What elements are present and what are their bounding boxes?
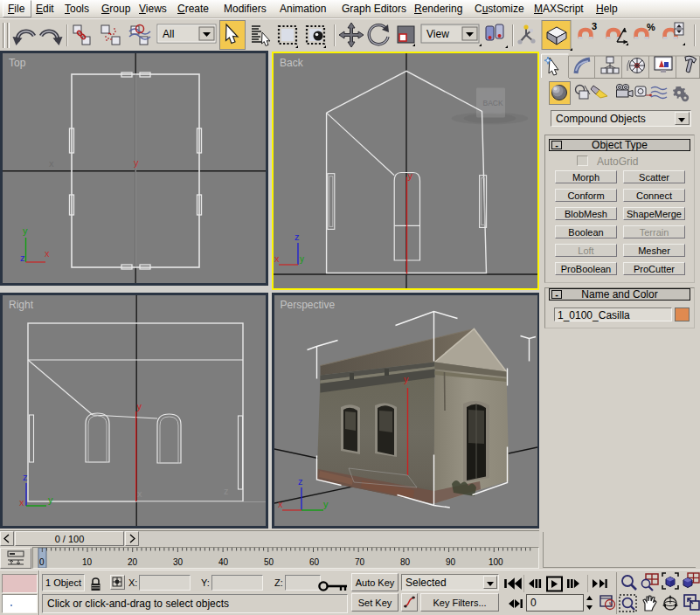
svg-text:70: 70 [355,557,365,567]
svg-text:50: 50 [264,557,274,567]
svg-text:100: 100 [489,557,503,567]
svg-text:y: y [323,499,329,509]
svg-text:10: 10 [82,557,93,567]
svg-text:0: 0 [39,557,45,567]
svg-text:80: 80 [400,557,411,567]
svg-text:x: x [274,253,280,264]
svg-text:y: y [23,225,28,236]
svg-text:x: x [45,248,50,259]
svg-text:90: 90 [446,557,456,567]
svg-text:40: 40 [218,557,229,567]
svg-text:y: y [404,374,409,384]
svg-text:x: x [278,499,283,509]
svg-text:60: 60 [309,557,320,567]
svg-text:z: z [298,476,303,487]
svg-text:x: x [49,158,54,169]
svg-text:z: z [20,252,25,263]
svg-text:x: x [137,488,142,499]
svg-text:y: y [137,401,142,411]
svg-text:y: y [408,170,413,181]
svg-text:3: 3 [592,21,597,31]
svg-text:BACK: BACK [483,99,503,107]
svg-text:20: 20 [128,557,138,567]
svg-text:y: y [48,494,53,505]
svg-text:View: View [426,28,449,40]
svg-text:All: All [163,28,174,40]
svg-text:%: % [647,22,655,32]
svg-text:z: z [23,472,28,482]
svg-text:z: z [295,231,300,242]
svg-text:y: y [134,157,139,168]
svg-text:y: y [300,254,304,264]
svg-text:30: 30 [173,557,184,567]
svg-text:x: x [19,497,24,508]
svg-text:z: z [224,486,229,496]
